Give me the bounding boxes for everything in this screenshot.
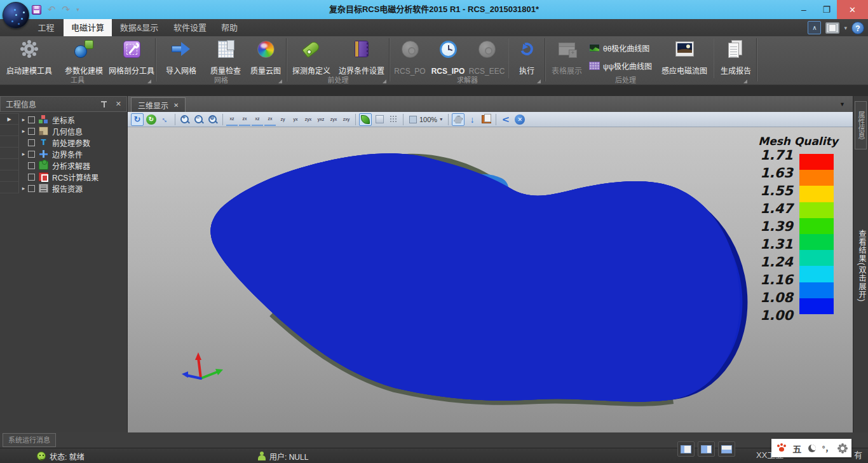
generate-report-button[interactable]: 生成报告 — [716, 38, 756, 76]
view-orientation-button[interactable]: yxz — [315, 113, 327, 126]
induced-current-map-button[interactable]: 感应电磁流图 — [658, 38, 711, 76]
tab-list-caret-icon[interactable]: ▼ — [839, 101, 845, 107]
zoom-in-button[interactable]: + — [179, 113, 191, 126]
group-launcher-icon[interactable] — [147, 79, 151, 83]
psi-psi-curve-button[interactable]: ψψ极化曲线图 — [589, 59, 652, 72]
shaded-mode-button[interactable] — [359, 113, 372, 126]
points-mode-button[interactable] — [387, 113, 400, 126]
pin-icon[interactable] — [101, 100, 107, 108]
system-messages-tab[interactable]: 系统运行消息 — [3, 433, 56, 447]
pan-button[interactable]: ↔ — [159, 113, 172, 126]
gear-icon — [24, 44, 34, 54]
table-display-button[interactable]: 表格展示 — [547, 38, 587, 76]
layout-left-button[interactable] — [677, 441, 695, 457]
import-mesh-button[interactable]: 导入网格 — [160, 38, 202, 76]
group-label-preprocess: 前处理 — [287, 74, 389, 85]
tab-data-display[interactable]: 数据&显示 — [114, 19, 164, 36]
expander-icon[interactable]: ▸ — [19, 185, 28, 191]
checkbox[interactable] — [28, 174, 35, 181]
view-orientation-button[interactable]: yx — [290, 113, 301, 126]
theta-theta-curve-button[interactable]: θθ极化曲线图 — [589, 41, 649, 54]
expander-icon[interactable]: ▸ — [19, 116, 28, 123]
project-panel-header: 工程信息 ✕ — [0, 96, 127, 112]
close-all-views-button[interactable]: ✕ — [513, 113, 526, 126]
view-orientation-button[interactable]: zyx — [328, 113, 339, 126]
view-orientation-button[interactable]: xz — [252, 113, 263, 126]
checkbox[interactable] — [28, 162, 35, 169]
zoom-level-dropdown[interactable]: 100% ▾ — [407, 113, 445, 126]
ime-settings-gear-icon[interactable] — [839, 445, 846, 452]
close-button[interactable]: ✕ — [837, 0, 868, 19]
status-smiley-icon — [37, 452, 46, 460]
tab-close-icon[interactable]: ✕ — [173, 102, 179, 109]
ime-punctuation[interactable]: °， — [822, 443, 833, 453]
boundary-condition-button[interactable]: 边界条件设置 — [336, 38, 388, 76]
tree-item-coordinate-system[interactable]: ▸ 坐标系 — [19, 114, 127, 125]
help-button[interactable]: ? — [851, 22, 864, 34]
checkbox[interactable] — [28, 116, 35, 123]
quality-contour-button[interactable]: 质量云图 — [248, 38, 283, 76]
ime-mode[interactable]: 五 — [792, 442, 801, 455]
minimize-button[interactable]: – — [793, 0, 815, 19]
tab-em-compute[interactable]: 电磁计算 — [64, 19, 112, 36]
tab-help[interactable]: 帮助 — [216, 19, 243, 36]
group-launcher-icon[interactable] — [743, 79, 747, 83]
expander-icon[interactable]: ▸ — [19, 151, 28, 157]
group-launcher-icon[interactable] — [383, 79, 386, 83]
export-down-button[interactable]: ↓ — [466, 113, 478, 126]
panel-close-icon[interactable]: ✕ — [116, 100, 121, 108]
refresh-view-button[interactable]: ↻ — [145, 113, 158, 126]
tree-item-preprocess-params[interactable]: T 前处理参数 — [19, 137, 127, 148]
ime-paw-icon[interactable] — [777, 445, 786, 452]
zoom-fit-button[interactable]: ⊕ — [207, 113, 219, 126]
rcs-eec-button[interactable]: RCS_EEC — [468, 38, 506, 76]
display-style-caret-icon[interactable]: ▾ — [844, 25, 847, 31]
orbit-button[interactable]: ↻ — [131, 113, 144, 126]
copy-view-button[interactable] — [480, 113, 492, 126]
tree-item-geometry-info[interactable]: ▸ 几何信息 — [19, 125, 127, 137]
quality-check-button[interactable]: 质量检查 — [206, 38, 245, 76]
share-view-button[interactable]: < — [499, 113, 512, 126]
layout-bottom-button[interactable] — [718, 441, 735, 457]
mesh-partition-tool-button[interactable]: 网格剖分工具 — [109, 38, 154, 76]
checkbox[interactable] — [28, 139, 35, 146]
view-orientation-button[interactable]: zy — [277, 113, 288, 126]
checkbox[interactable] — [28, 128, 35, 135]
collapse-ribbon-button[interactable]: ∧ — [808, 21, 821, 34]
tree-item-report-resources[interactable]: ▸ 报告资源 — [19, 183, 127, 194]
parametric-modeling-button[interactable]: 参数化建模 — [58, 38, 109, 76]
book-icon — [355, 41, 369, 57]
view-orientation-button[interactable]: zyx — [302, 113, 314, 126]
view-orientation-button[interactable]: zx — [264, 113, 276, 126]
surface-select-button[interactable] — [452, 113, 465, 126]
view-results-tab[interactable]: 查看结果(双击展开) — [857, 230, 867, 302]
moon-icon[interactable] — [808, 445, 816, 452]
probe-angle-button[interactable]: 探测角定义 — [288, 38, 334, 76]
tab-settings[interactable]: 软件设置 — [168, 19, 212, 36]
launch-modeling-tool-button[interactable]: 启动建模工具 — [3, 38, 56, 76]
checkbox[interactable] — [28, 185, 35, 192]
rcs-ipo-button[interactable]: RCS_IPO — [430, 38, 466, 76]
view-orientation-button[interactable]: xz — [226, 113, 238, 126]
view-orientation-button[interactable]: zx — [239, 113, 250, 126]
view-orientation-button[interactable]: zxy — [341, 113, 352, 126]
tree-item-analysis-solver[interactable]: 分析求解器 — [19, 160, 127, 171]
execute-button[interactable]: 执行 — [512, 38, 541, 76]
expander-icon[interactable]: ▸ — [19, 128, 28, 134]
tab-3d-display[interactable]: 三维显示 ✕ — [131, 97, 186, 112]
property-info-tab[interactable]: 属性信息 — [855, 101, 867, 149]
restore-button[interactable]: ❐ — [816, 0, 837, 19]
display-style-icon[interactable] — [825, 22, 839, 34]
tree-item-rcs-results[interactable]: RCS计算结果 — [19, 171, 127, 183]
group-launcher-icon[interactable] — [278, 79, 282, 83]
checkbox[interactable] — [28, 151, 35, 158]
copyright-text-right: 有 — [854, 448, 862, 463]
gutter-row-arrow[interactable]: ▶ — [0, 113, 19, 125]
flat-mode-button[interactable] — [373, 113, 386, 126]
viewport-3d-canvas[interactable]: Mesh Quality 1.71 1.63 1.55 1.47 1.39 1.… — [128, 127, 853, 432]
tree-item-boundary-conditions[interactable]: ▸ 边界条件 — [19, 148, 127, 160]
zoom-out-button[interactable]: − — [193, 113, 205, 126]
layout-split-button[interactable] — [698, 441, 715, 457]
tab-project[interactable]: 工程 — [29, 19, 64, 36]
rcs-po-button[interactable]: RCS_PO — [391, 38, 428, 76]
